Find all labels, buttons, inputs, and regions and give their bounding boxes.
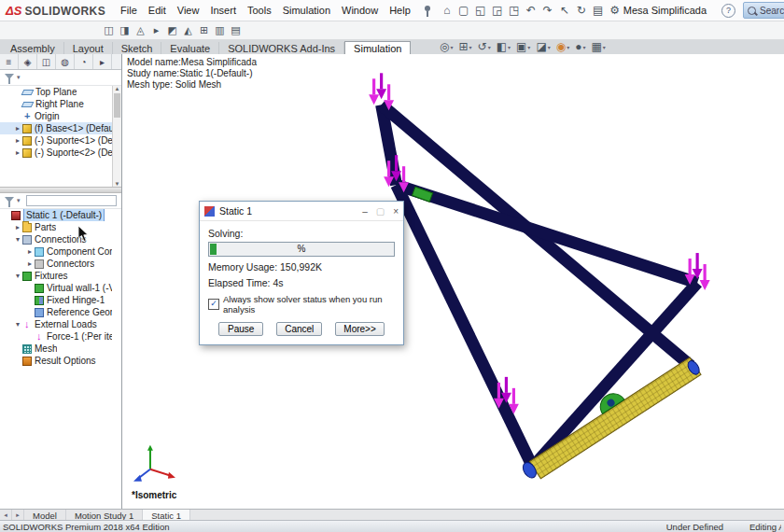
always-show-checkbox[interactable]: ✓ [208,299,219,310]
study-tree-item[interactable]: Reference Geometry-1 (:0 [0,306,112,318]
chevron-down-icon[interactable]: ▾ [527,44,530,50]
minimize-icon[interactable]: – [362,206,368,217]
study-tree-item[interactable]: ▾ External Loads [0,318,112,330]
chevron-down-icon[interactable]: ▾ [582,44,585,50]
feature-tree-item[interactable]: Right Plane [0,98,112,110]
featuremanager-tab-icon[interactable]: ≡ [0,54,19,69]
plot-tools-icon[interactable]: ▥ [212,23,228,37]
new-document-icon[interactable]: ▢ [455,3,472,18]
undo-icon[interactable]: ↶ [523,3,539,18]
menu-item[interactable]: File [115,3,143,18]
feature-tree-item[interactable]: ▸ (-) Suporte<1> (Default<<D [0,134,112,147]
open-document-icon[interactable]: ◱ [472,3,489,18]
hide-show-icon[interactable]: ◉▾ [556,40,570,53]
file-properties-icon[interactable]: ▤ [590,3,607,18]
menu-item[interactable]: Help [384,3,416,18]
expand-arrow-icon[interactable]: ▾ [14,233,21,245]
deformed-result-icon[interactable]: ◭ [180,23,196,37]
dialog-title-bar[interactable]: Static 1 – ▢ × [200,202,403,221]
menu-item[interactable]: Window [336,3,384,18]
report-icon[interactable]: ▤ [228,23,244,37]
expand-arrow-icon[interactable]: ▸ [14,134,21,147]
study-tree-item[interactable]: Mesh [0,343,112,355]
feature-tree-item[interactable]: Origin [0,110,112,122]
menu-item[interactable]: Simulation [277,3,336,18]
view-orientation-icon[interactable]: ▣▾ [516,40,530,53]
expand-arrow-icon[interactable]: ▾ [14,270,21,282]
compare-results-icon[interactable]: ⊞ [196,23,212,37]
chevron-down-icon[interactable]: ▾ [469,44,472,50]
chevron-down-icon[interactable]: ▾ [508,44,511,50]
chevron-down-icon[interactable]: ▾ [603,44,606,50]
chevron-down-icon[interactable]: ▾ [17,197,21,204]
dimxpert-tab-icon[interactable]: ◍ [56,54,75,69]
study-tree-item[interactable]: ▸ Component Contacts [0,245,112,258]
expand-arrow-icon[interactable]: ▸ [26,245,34,258]
expand-arrow-icon[interactable]: ▸ [14,147,21,159]
more-button[interactable]: More>> [335,322,384,336]
scrollbar-thumb[interactable] [114,93,120,118]
zoom-area-icon[interactable]: ⊞▾ [459,40,472,53]
options-gear-icon[interactable]: ⚙ [607,3,623,18]
edit-appearance-icon[interactable]: ●▾ [575,40,585,53]
expand-arrow-icon[interactable]: ▸ [14,221,21,233]
pin-menu-icon[interactable] [423,5,432,17]
zoom-fit-icon[interactable]: ◎▾ [440,40,454,53]
expand-arrow-icon[interactable]: ▸ [14,122,21,134]
feature-tree-item[interactable]: Top Plane [0,86,112,98]
chevron-down-icon[interactable]: ▾ [567,44,569,50]
expand-arrow-icon[interactable]: ▾ [14,318,21,330]
study-tree-item[interactable]: Virtual wall-1 (-Virtual Wa [0,282,112,294]
section-view-icon[interactable]: ◧▾ [497,40,511,53]
expand-pane-icon[interactable]: ▸ [93,54,112,69]
chevron-down-icon[interactable]: ▾ [17,74,21,81]
filter-input[interactable] [26,195,117,206]
tree-scrollbar[interactable]: ▲ ▼ [112,86,121,187]
study-tree-item[interactable]: Fixed Hinge-1 [0,294,112,306]
study-tree-item[interactable]: Result Options [0,355,112,367]
chevron-down-icon[interactable]: ▾ [488,44,491,50]
apply-material-icon[interactable]: ◨ [117,23,133,37]
save-icon[interactable]: ◲ [489,3,506,18]
results-advisor-icon[interactable]: ◩ [164,23,180,37]
select-icon[interactable]: ↖ [556,3,573,18]
study-tree-item[interactable]: Force-1 (:Per item: -125 kg [0,330,112,343]
study-tree-root[interactable]: Static 1 (-Default-) [0,209,121,221]
pause-button[interactable]: Pause [218,322,263,336]
menu-item[interactable]: View [172,3,205,18]
cancel-button[interactable]: Cancel [276,322,322,336]
filter-icon[interactable] [5,74,14,79]
simulation-advisor-icon[interactable]: ◬ [133,23,148,37]
scroll-down-icon[interactable]: ▼ [115,181,120,187]
panel-splitter[interactable] [0,187,121,193]
rebuild-icon[interactable]: ↻ [573,3,590,18]
filter-icon[interactable] [5,197,14,203]
new-study-icon[interactable]: ◫ [101,23,117,37]
view-settings-icon[interactable]: ▦▾ [592,40,606,53]
close-icon[interactable]: × [393,206,399,217]
search-box[interactable]: Search S... ▾ [743,2,784,19]
home-icon[interactable]: ⌂ [439,3,455,18]
scroll-up-icon[interactable]: ▲ [115,86,120,91]
run-analysis-icon[interactable]: ▸ [148,23,164,37]
feature-tree-item[interactable]: ▸ (-) Suporte<2> (Default<<D [0,147,112,159]
redo-icon[interactable]: ↷ [539,3,556,18]
menu-item[interactable]: Edit [143,3,172,18]
study-tree-item[interactable]: ▾ Connections [0,233,112,245]
print-icon[interactable]: ◳ [506,3,523,18]
study-tree-item[interactable]: ▸ Parts [0,221,112,233]
study-tree-item[interactable]: ▸ Connectors [0,258,112,270]
displaymanager-tab-icon[interactable]: ◔ [75,54,93,69]
display-style-icon[interactable]: ◪▾ [536,40,550,53]
previous-view-icon[interactable]: ↺▾ [478,40,491,53]
chevron-down-icon[interactable]: ▾ [450,44,453,50]
menu-item[interactable]: Insert [204,3,242,18]
study-tree-item[interactable]: ▾ Fixtures [0,270,112,282]
menu-item[interactable]: Tools [242,3,277,18]
configurationmanager-tab-icon[interactable]: ◫ [37,54,56,69]
help-icon[interactable]: ? [721,4,735,18]
expand-arrow-icon[interactable]: ▸ [26,258,34,270]
chevron-down-icon[interactable]: ▾ [548,44,551,50]
propertymanager-tab-icon[interactable]: ◈ [19,54,37,69]
feature-tree-item[interactable]: ▸ (f) Base<1> (Default) [0,122,112,134]
